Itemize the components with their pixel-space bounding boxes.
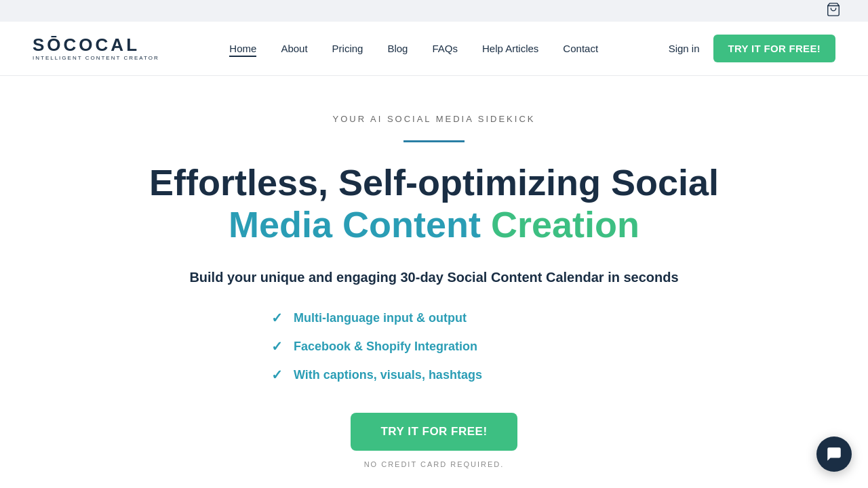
nav-right: Sign in TRY IT FOR FREE! (669, 35, 835, 62)
headline-part1: Effortless, Self-optimizing Social (149, 162, 719, 203)
headline-part3: Creation (491, 204, 639, 245)
logo[interactable]: SŌCOCAL INTELLIGENT CONTENT CREATOR (33, 36, 159, 61)
hero-underline-decoration (403, 140, 465, 142)
feature-item-2: ✓ Facebook & Shopify Integration (271, 338, 477, 354)
hero-section: YOUR AI SOCIAL MEDIA SIDEKICK Effortless… (0, 76, 868, 488)
check-icon-1: ✓ (271, 310, 283, 326)
announcement-bar (0, 0, 868, 22)
navbar: SŌCOCAL INTELLIGENT CONTENT CREATOR Home… (0, 22, 868, 76)
hero-headline: Effortless, Self-optimizing Social Media… (108, 161, 760, 245)
feature-item-1: ✓ Multi-language input & output (271, 310, 467, 326)
feature-list: ✓ Multi-language input & output ✓ Facebo… (271, 310, 597, 383)
chat-icon (825, 445, 843, 463)
nav-links: Home About Pricing Blog FAQs Help Articl… (229, 43, 598, 55)
cart-button[interactable] (826, 2, 841, 20)
nav-item-about[interactable]: About (281, 43, 307, 55)
nav-item-contact[interactable]: Contact (563, 43, 598, 55)
hero-subheading: Build your unique and engaging 30-day So… (189, 270, 678, 285)
check-icon-2: ✓ (271, 338, 283, 354)
headline-part2: Media Content (229, 204, 491, 245)
nav-item-faqs[interactable]: FAQs (432, 43, 458, 55)
logo-subtitle: INTELLIGENT CONTENT CREATOR (33, 55, 159, 61)
hero-eyebrow: YOUR AI SOCIAL MEDIA SIDEKICK (333, 114, 536, 124)
try-free-nav-button[interactable]: TRY IT FOR FREE! (713, 35, 835, 62)
cart-icon (826, 2, 841, 17)
nav-item-home[interactable]: Home (229, 43, 256, 55)
no-credit-card-text: NO CREDIT CARD REQUIRED. (364, 460, 505, 468)
nav-item-pricing[interactable]: Pricing (332, 43, 363, 55)
try-free-hero-button[interactable]: TRY IT FOR FREE! (351, 413, 517, 451)
nav-item-help[interactable]: Help Articles (482, 43, 538, 55)
chat-bubble-button[interactable] (816, 436, 852, 472)
nav-item-blog[interactable]: Blog (387, 43, 408, 55)
feature-item-3: ✓ With captions, visuals, hashtags (271, 367, 482, 383)
check-icon-3: ✓ (271, 367, 283, 383)
sign-in-link[interactable]: Sign in (669, 43, 700, 54)
feature-text-2: Facebook & Shopify Integration (294, 340, 477, 354)
feature-text-1: Multi-language input & output (294, 311, 467, 325)
feature-text-3: With captions, visuals, hashtags (294, 368, 482, 382)
